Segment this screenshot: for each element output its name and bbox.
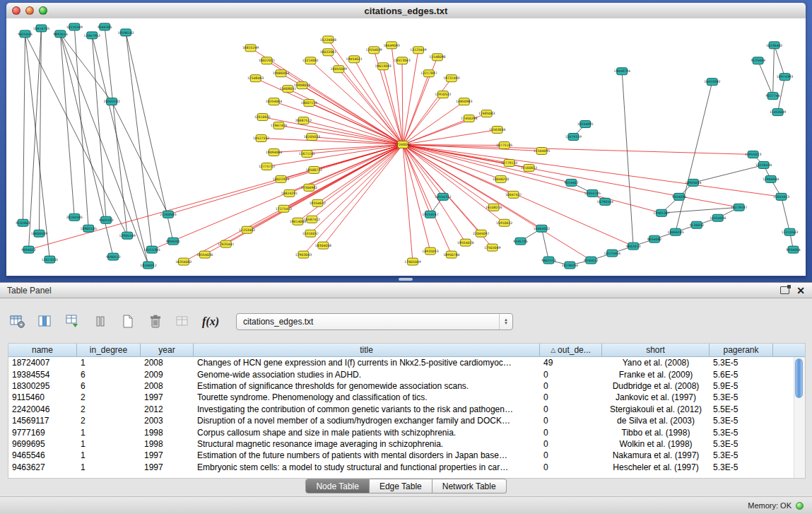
graph-node[interactable]: 10236054 [562,262,578,269]
graph-node[interactable]: 11679319 [565,134,582,141]
graph-node[interactable]: 12905307 [653,209,669,216]
new-table-icon[interactable] [119,313,137,331]
graph-node[interactable]: 10554036 [710,214,726,221]
graph-node[interactable]: 18513043 [394,57,410,64]
table-row[interactable]: 1938455462009Genome-wide association stu… [8,368,805,380]
graph-node[interactable]: 9892014 [53,30,67,37]
graph-node[interactable]: 9856201 [166,238,180,245]
graph-node[interactable]: 18254064 [266,98,282,105]
graph-node[interactable]: 12910522 [435,91,451,98]
graph-node[interactable]: 9554036 [672,193,686,200]
graph-node[interactable]: 11013205 [42,256,58,263]
graph-node[interactable]: 15316057 [302,230,319,237]
graph-node[interactable]: 9934054 [786,246,800,253]
graph-node[interactable]: 9425016 [18,30,32,37]
column-header-out_de[interactable]: △out_de... [540,344,602,357]
graph-node[interactable]: 12125439 [410,47,426,54]
graph-node[interactable]: 20503182 [103,98,119,105]
graph-node[interactable]: 17253402 [239,226,255,233]
vertical-scrollbar[interactable] [794,357,805,478]
graph-node[interactable]: 18022031 [259,57,275,64]
import-file-icon[interactable] [174,313,192,331]
tab-node-table[interactable]: Node Table [305,479,370,493]
delete-table-icon[interactable] [146,313,165,331]
table-row[interactable]: 946554611997Estimation of the future num… [8,450,805,461]
graph-node[interactable]: 9505103 [99,216,113,223]
float-panel-icon[interactable] [780,286,789,294]
column-header-in_degree[interactable]: in_degree [77,344,141,357]
graph-node[interactable]: 9245012 [584,257,598,264]
graph-node[interactable]: 16649093 [383,42,399,49]
graph-node[interactable]: 10453092 [704,78,720,86]
graph-node[interactable]: 17605049 [404,258,420,265]
graph-node[interactable]: 9136052 [690,221,704,228]
column-header-name[interactable]: name [8,344,77,357]
graph-node[interactable]: 9546305 [98,23,112,30]
graph-node[interactable]: 11548098 [429,54,445,61]
table-selector-dropdown[interactable]: citations_edges.txt ▲▼ [236,313,513,330]
graph-node[interactable]: 12610651 [254,114,271,121]
graph-node[interactable]: 9227744 [765,93,779,100]
graph-node[interactable]: 14935053 [422,247,438,255]
graph-node[interactable]: 18304058 [315,242,331,249]
graph-node[interactable]: 17847410 [271,122,287,129]
column-header-year[interactable]: year [141,344,194,357]
graph-node[interactable]: 10416705 [33,25,49,32]
graph-node[interactable]: 12214061 [302,57,319,64]
graph-node[interactable]: 10236402 [766,42,782,49]
close-window-icon[interactable] [12,6,20,15]
graph-node[interactable]: 12217897 [420,70,437,77]
graph-node[interactable]: 16815249 [242,45,259,52]
network-window-titlebar[interactable]: citations_edges.txt [6,3,806,19]
graph-node[interactable]: 16354082 [175,258,192,265]
table-row[interactable]: 969969511998Structural magnetic resonanc… [8,438,805,450]
graph-node[interactable]: 9402513 [541,257,555,264]
graph-node[interactable]: 10974393 [777,74,793,81]
table-row[interactable]: 1872400712008Changes of HCN gene express… [8,357,805,368]
graph-node[interactable]: 18022061 [320,49,336,56]
graph-node[interactable]: 19154557 [422,211,438,218]
table-row[interactable]: 1456911722003Disruption of a novel membe… [8,415,805,426]
graph-node[interactable]: 10246012 [140,262,156,269]
graph-node[interactable]: 10554312 [435,193,451,200]
graph-node[interactable]: 12671161 [299,150,315,157]
split-pane-handle[interactable] [399,278,413,281]
graph-node[interactable]: 12160612 [521,164,537,171]
graph-node[interactable]: 10226434 [755,161,772,168]
graph-node[interactable]: 12905109 [119,232,135,239]
table-row[interactable]: 911546021997Tourette syndrome. Phenomeno… [8,392,805,403]
graph-node[interactable]: 10220349 [66,23,83,30]
zoom-window-icon[interactable] [39,6,47,15]
graph-node[interactable]: 15908022 [294,82,310,89]
graph-node[interactable]: 14527552 [253,135,269,142]
graph-node[interactable]: 19354612 [310,199,326,206]
graph-node[interactable]: 19554078 [457,239,473,246]
graph-node[interactable]: 9554407 [564,179,578,186]
graph-node[interactable]: 17635441 [218,240,234,247]
tab-network-table[interactable]: Network Table [433,479,507,493]
graph-node[interactable]: 12554039 [365,47,382,54]
graph-node[interactable]: 16587412 [304,216,320,223]
table-row[interactable]: 1830029562008Estimation of significance … [8,380,805,392]
graph-node[interactable]: 12210543 [782,228,798,235]
graph-node[interactable]: 18022925 [273,175,289,182]
table-row[interactable]: 977716911998Corpus callosum shape and si… [8,426,805,438]
tab-edge-table[interactable]: Edge Table [370,479,433,493]
graph-node[interactable]: 10466205 [667,228,683,235]
graph-node[interactable]: 12047952 [84,32,100,39]
graph-node[interactable]: 15910612 [496,219,512,226]
graph-node[interactable]: 9102603 [16,219,30,226]
scrollbar-thumb[interactable] [795,358,803,398]
function-builder-icon[interactable]: f(x) [201,313,220,331]
graph-node[interactable]: 15224048 [320,36,336,43]
graph-node[interactable]: 9590513 [106,253,120,260]
graph-node[interactable]: 20687512 [295,117,312,124]
graph-node[interactable]: 19448794 [614,68,630,75]
table-settings-icon[interactable] [8,313,27,331]
graph-node[interactable]: 19613093 [375,63,391,70]
graph-node[interactable]: 12054705 [584,189,601,197]
column-header-pagerank[interactable]: pagerank [710,344,773,357]
graph-node[interactable]: 17502049 [484,244,500,251]
graph-node[interactable]: 19094064 [266,148,282,156]
graph-node[interactable]: 16108216 [486,204,502,211]
